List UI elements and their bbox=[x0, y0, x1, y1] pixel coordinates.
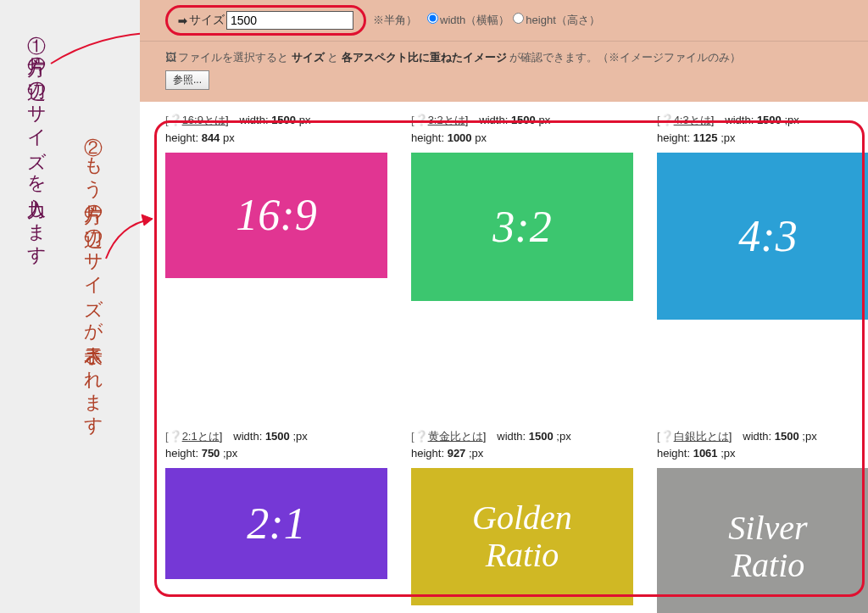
ratio-info: [❔16:9とは] width: 1500 pxheight: 844 px bbox=[165, 112, 387, 148]
ratio-card-silver: [❔白銀比とは] width: 1500 ;pxheight: 1061 ;px… bbox=[657, 428, 868, 613]
ratio-tile-2-1: 2:1 bbox=[165, 468, 387, 579]
ratio-card-3-2: [❔3:2とは] width: 1500 pxheight: 1000 px3:… bbox=[411, 112, 633, 320]
ratio-info: [❔3:2とは] width: 1500 pxheight: 1000 px bbox=[411, 112, 633, 148]
main-panel: ➡ サイズ ※半角） width（横幅） height（高さ） 🖼ファイルを選択… bbox=[140, 0, 868, 613]
ratio-link[interactable]: 4:3とは bbox=[674, 114, 711, 126]
ratio-tile-16-9: 16:9 bbox=[165, 153, 387, 278]
top-controls: ➡ サイズ ※半角） width（横幅） height（高さ） 🖼ファイルを選択… bbox=[140, 0, 868, 102]
ratio-tile-3-2: 3:2 bbox=[411, 153, 633, 301]
radio-width[interactable]: width（横幅） bbox=[427, 13, 509, 28]
left-panel: ①片方の辺のサイズを入力します ②もう片方の辺のサイズが表示されます bbox=[0, 0, 140, 613]
help-icon: [❔ bbox=[411, 430, 428, 443]
size-label: サイズ bbox=[189, 13, 225, 28]
size-input[interactable] bbox=[226, 11, 353, 30]
ratio-tile-golden: Golden Ratio bbox=[411, 468, 633, 605]
half-width-note: ※半角） bbox=[373, 13, 417, 28]
help-icon: [❔ bbox=[657, 114, 674, 126]
radio-height[interactable]: height（高さ） bbox=[513, 13, 599, 28]
radio-group: width（横幅） height（高さ） bbox=[427, 13, 600, 28]
row-1: [❔16:9とは] width: 1500 pxheight: 844 px16… bbox=[165, 112, 843, 320]
size-input-group: ➡ サイズ bbox=[165, 5, 366, 36]
ratio-info: [❔4:3とは] width: 1500 ;pxheight: 1125 ;px bbox=[657, 112, 868, 148]
annotation-2: ②もう片方の辺のサイズが表示されます bbox=[81, 123, 105, 426]
image-icon: 🖼 bbox=[165, 51, 176, 64]
ratio-link[interactable]: 白銀比とは bbox=[674, 430, 729, 443]
browse-button[interactable]: 参照... bbox=[165, 70, 209, 90]
file-select-row: 🖼ファイルを選択すると サイズ と 各アスペクト比に重ねたイメージ が確認できま… bbox=[140, 42, 868, 102]
ratio-link[interactable]: 2:1とは bbox=[182, 430, 220, 443]
ratio-link[interactable]: 黄金比とは bbox=[428, 430, 483, 443]
ratio-card-2-1: [❔2:1とは] width: 1500 ;pxheight: 750 ;px2… bbox=[165, 428, 387, 613]
ratio-card-16-9: [❔16:9とは] width: 1500 pxheight: 844 px16… bbox=[165, 112, 387, 320]
ratio-info: [❔白銀比とは] width: 1500 ;pxheight: 1061 ;px bbox=[657, 428, 868, 464]
help-icon: [❔ bbox=[165, 430, 182, 443]
ratio-card-4-3: [❔4:3とは] width: 1500 ;pxheight: 1125 ;px… bbox=[657, 112, 868, 320]
help-icon: [❔ bbox=[165, 114, 182, 126]
ratio-tile-4-3: 4:3 bbox=[657, 153, 868, 320]
help-icon: [❔ bbox=[411, 114, 428, 126]
ratio-info: [❔黄金比とは] width: 1500 ;pxheight: 927 ;px bbox=[411, 428, 633, 464]
ratio-link[interactable]: 3:2とは bbox=[428, 114, 465, 126]
ratio-info: [❔2:1とは] width: 1500 ;pxheight: 750 ;px bbox=[165, 428, 387, 464]
results-area: [❔16:9とは] width: 1500 pxheight: 844 px16… bbox=[140, 102, 868, 613]
right-arrow-icon: ➡ bbox=[178, 14, 187, 27]
ratio-tile-silver: Silver Ratio bbox=[657, 468, 868, 613]
help-icon: [❔ bbox=[657, 430, 674, 443]
row-2: [❔2:1とは] width: 1500 ;pxheight: 750 ;px2… bbox=[165, 428, 843, 613]
ratio-card-golden: [❔黄金比とは] width: 1500 ;pxheight: 927 ;pxG… bbox=[411, 428, 633, 613]
annotation-1: ①片方の辺のサイズを入力します bbox=[24, 21, 48, 256]
ratio-link[interactable]: 16:9とは bbox=[182, 114, 225, 126]
